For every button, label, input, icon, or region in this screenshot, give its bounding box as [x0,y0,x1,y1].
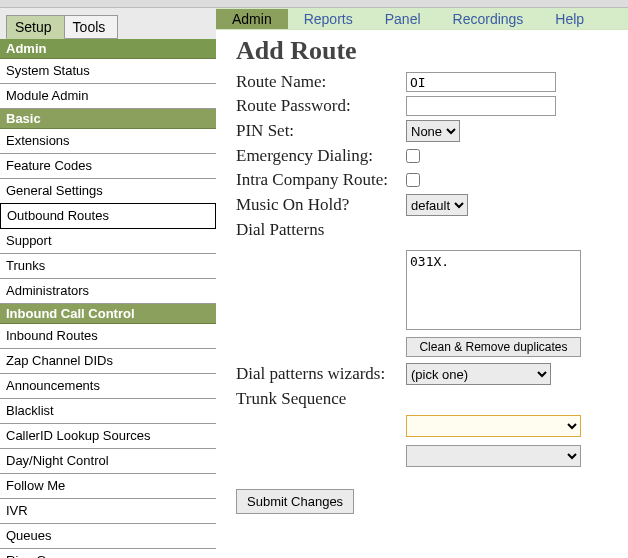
label-wizards: Dial patterns wizards: [236,364,406,384]
menu-ring-groups[interactable]: Ring Groups [0,549,216,558]
menu-administrators[interactable]: Administrators [0,279,216,304]
input-route-name[interactable] [406,72,556,92]
tab-setup[interactable]: Setup [6,15,65,39]
section-inbound: Inbound Call Control [0,304,216,324]
menu-announcements[interactable]: Announcements [0,374,216,399]
menu-module-admin[interactable]: Module Admin [0,84,216,109]
textarea-dial-patterns[interactable] [406,250,581,330]
sidebar: Setup Tools Admin System Status Module A… [0,8,216,558]
select-pin-set[interactable]: None [406,120,460,142]
label-intra: Intra Company Route: [236,170,406,190]
select-wizards[interactable]: (pick one) [406,363,551,385]
menu-trunks[interactable]: Trunks [0,254,216,279]
menu-support[interactable]: Support [0,229,216,254]
page-title: Add Route [236,36,628,66]
select-trunk-2[interactable] [406,445,581,467]
menu-general-settings[interactable]: General Settings [0,179,216,204]
menu-extensions[interactable]: Extensions [0,129,216,154]
label-dial-patterns: Dial Patterns [236,220,406,240]
label-emergency: Emergency Dialing: [236,146,406,166]
menu-zap-channel-dids[interactable]: Zap Channel DIDs [0,349,216,374]
nav-recordings[interactable]: Recordings [437,9,540,29]
menu-ivr[interactable]: IVR [0,499,216,524]
menu-callerid-lookup[interactable]: CallerID Lookup Sources [0,424,216,449]
nav-admin[interactable]: Admin [216,9,288,29]
section-basic: Basic [0,109,216,129]
menu-feature-codes[interactable]: Feature Codes [0,154,216,179]
label-trunk-seq: Trunk Sequence [236,389,406,409]
form-content: Add Route Route Name: Route Password: PI… [216,30,628,514]
label-route-password: Route Password: [236,96,406,116]
top-nav: Admin Reports Panel Recordings Help [216,8,628,30]
checkbox-intra[interactable] [406,173,420,187]
label-route-name: Route Name: [236,72,406,92]
label-moh: Music On Hold? [236,195,406,215]
nav-panel[interactable]: Panel [369,9,437,29]
input-route-password[interactable] [406,96,556,116]
submit-button[interactable]: Submit Changes [236,489,354,514]
menu-system-status[interactable]: System Status [0,59,216,84]
menu-inbound-routes[interactable]: Inbound Routes [0,324,216,349]
menu-day-night-control[interactable]: Day/Night Control [0,449,216,474]
section-admin: Admin [0,39,216,59]
clean-remove-button[interactable]: Clean & Remove duplicates [406,337,581,357]
checkbox-emergency[interactable] [406,149,420,163]
select-trunk-1[interactable] [406,415,581,437]
menu-follow-me[interactable]: Follow Me [0,474,216,499]
nav-help[interactable]: Help [539,9,600,29]
menu-blacklist[interactable]: Blacklist [0,399,216,424]
nav-reports[interactable]: Reports [288,9,369,29]
menu-outbound-routes[interactable]: Outbound Routes [0,203,216,229]
menu-queues[interactable]: Queues [0,524,216,549]
label-pin-set: PIN Set: [236,121,406,141]
tab-tools[interactable]: Tools [65,15,119,39]
select-moh[interactable]: default [406,194,468,216]
